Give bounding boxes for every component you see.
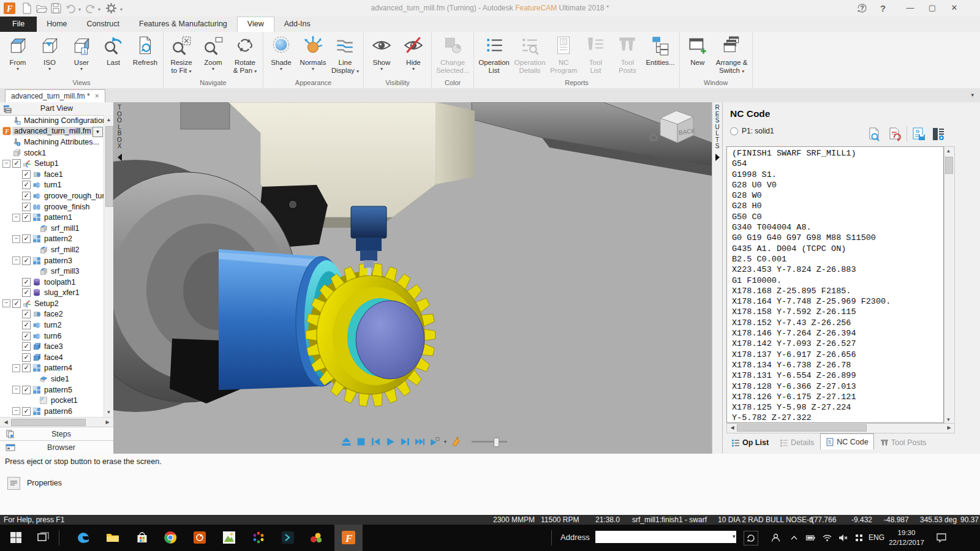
toolbox-strip[interactable]: TOOLBOX	[115, 105, 124, 161]
tree-expander-icon[interactable]: −	[12, 386, 20, 394]
nc-code-listing[interactable]: (FINISH1 SWARF SRF_MILL1)G54G1998 S1.G28…	[726, 146, 944, 423]
ribbon-button-entities[interactable]: Entities...	[643, 34, 677, 67]
nc-vertical-scrollbar[interactable]: ▲ ▼	[944, 146, 955, 424]
taskbar-microsoft-store[interactable]	[135, 530, 149, 545]
taskbar-fruit-app[interactable]	[309, 530, 323, 545]
tree-item-pattern1[interactable]: −✓pattern1	[0, 212, 104, 223]
tree-checkbox[interactable]: ✓	[22, 213, 31, 222]
playback-skip-start-button[interactable]	[371, 437, 381, 447]
ribbon-button-show[interactable]: Show▾	[366, 34, 398, 72]
tree-item-advanced-turn-mill-fm[interactable]: Fadvanced_turn_mill.fm▼	[0, 126, 104, 137]
tree-checkbox[interactable]: ✓	[22, 332, 31, 340]
tree-checkbox[interactable]: ✓	[22, 407, 31, 416]
radio-icon[interactable]	[730, 127, 738, 135]
scroll-down-icon[interactable]: ▼	[944, 417, 953, 422]
menu-tab-construct[interactable]: Construct	[77, 17, 130, 32]
save-icon[interactable]	[50, 2, 62, 14]
ribbon-button-zoom[interactable]: Zoom▾	[197, 34, 229, 72]
menu-tab-add-ins[interactable]: Add-Ins	[274, 17, 320, 32]
tree-item-slug-xfer1[interactable]: ✓slug_xfer1	[0, 288, 104, 299]
ribbon-button-user[interactable]: 1User▾	[66, 34, 97, 72]
address-input[interactable]	[595, 531, 736, 543]
minimize-button[interactable]: —	[902, 2, 919, 14]
nc-save-gcode-icon[interactable]: G	[911, 127, 926, 141]
tree-expander-icon[interactable]: −	[12, 257, 20, 264]
taskbar-file-explorer[interactable]	[105, 530, 120, 545]
dropdown-arrow-icon[interactable]: ▾	[268, 67, 295, 72]
tree-item-turn6[interactable]: ✓turn6	[0, 331, 104, 342]
playback-play-button[interactable]	[385, 437, 396, 447]
scroll-down-icon[interactable]: ▼	[104, 410, 113, 415]
taskbar-edge-browser[interactable]	[76, 530, 91, 545]
taskbar-presentation-app[interactable]	[192, 530, 207, 545]
playback-skip-next-button[interactable]	[400, 437, 410, 447]
address-refresh-icon[interactable]	[744, 531, 758, 545]
scroll-right-icon[interactable]: ▶	[103, 419, 112, 425]
scroll-right-icon[interactable]: ▶	[944, 425, 954, 430]
ribbon-button-shade[interactable]: Shade▾	[265, 34, 297, 72]
tree-horizontal-scrollbar[interactable]: ◀ ▶	[0, 417, 113, 427]
tree-checkbox[interactable]: ✓	[22, 386, 31, 394]
settings-gear-icon[interactable]	[105, 2, 117, 14]
playback-eject-button[interactable]	[341, 437, 352, 447]
tree-item-pattern3[interactable]: −✓pattern3	[0, 255, 104, 266]
tree-item-pattern6[interactable]: −✓pattern6	[0, 406, 104, 417]
results-expand-icon[interactable]	[715, 154, 720, 161]
tray-volume-muted-icon[interactable]	[838, 533, 848, 543]
tree-item-toolpath1[interactable]: ✓toolpath1	[0, 277, 104, 288]
tree-expander-icon[interactable]: −	[12, 364, 20, 372]
dropdown-arrow-icon[interactable]: ▾	[4, 67, 31, 72]
dropdown-arrow-icon[interactable]: ▾	[400, 67, 427, 72]
scroll-thumb[interactable]	[737, 424, 867, 432]
tree-checkbox[interactable]: ✓	[22, 170, 31, 179]
simulation-speed-slider[interactable]	[472, 441, 507, 443]
scroll-left-icon[interactable]: ◀	[1, 419, 10, 425]
nc-view-code-icon[interactable]	[867, 127, 881, 141]
tray-dots-grid-icon[interactable]	[854, 533, 864, 543]
ribbon-button-refresh[interactable]: Refresh	[129, 34, 161, 67]
tree-item-stock1[interactable]: stock1	[0, 148, 104, 159]
tree-checkbox[interactable]: ✓	[12, 299, 21, 308]
slider-handle[interactable]	[494, 438, 499, 447]
new-document-icon[interactable]	[21, 2, 32, 14]
ribbon-button-hide[interactable]: Hide▾	[398, 34, 429, 72]
playback-play-to-op-button[interactable]	[429, 437, 440, 447]
ribbon-button-resize-to-fit[interactable]: Resizeto Fit ▾	[165, 34, 197, 74]
properties-icon[interactable]	[7, 477, 20, 490]
tree-item-srf-mill2[interactable]: srf_mill2	[0, 244, 104, 255]
tree-item-machining-attributes[interactable]: Machining Attributes...	[0, 137, 104, 148]
tree-checkbox[interactable]: ✓	[22, 364, 31, 372]
tree-item-pattern4[interactable]: −✓pattern4	[0, 363, 104, 374]
menu-tab-home[interactable]: Home	[37, 17, 77, 32]
dropdown-arrow-icon[interactable]: ▾	[300, 67, 326, 72]
tree-expander-icon[interactable]: −	[12, 407, 20, 415]
taskbar-dev-app[interactable]	[281, 530, 295, 545]
close-button[interactable]: ✕	[946, 2, 963, 14]
toolbox-collapse-icon[interactable]	[118, 154, 122, 161]
tray-battery-icon[interactable]	[805, 533, 816, 543]
tree-item-pattern5[interactable]: −✓pattern5	[0, 384, 104, 395]
tree-item-face3[interactable]: ✓face3	[0, 341, 104, 352]
taskbar-photos-app[interactable]	[222, 530, 236, 545]
tree-item-face4[interactable]: ✓face4	[0, 352, 104, 363]
open-file-icon[interactable]	[36, 2, 47, 14]
nc-program-radio[interactable]: P1: solid1	[730, 127, 774, 135]
nc-tab-nc-code[interactable]: GNC Code	[820, 433, 873, 449]
tree-item-groove-rough-turn[interactable]: ✓groove_rough_turn	[0, 190, 104, 201]
tree-item-side1[interactable]: side1	[0, 373, 104, 384]
taskbar-windows-start[interactable]	[9, 530, 23, 545]
nc-tab-op-list[interactable]: Op List	[726, 435, 774, 449]
tree-checkbox[interactable]: ✓	[22, 203, 31, 211]
tree-item-srf-mill3[interactable]: srf_mill3	[0, 266, 104, 277]
tray-people-icon[interactable]	[771, 533, 781, 543]
taskbar-featurecam-active[interactable]: F	[334, 525, 363, 551]
ribbon-button-normals[interactable]: Normals▾	[297, 34, 329, 72]
playback-stop-button[interactable]	[356, 437, 366, 447]
tree-item-pattern2[interactable]: −✓pattern2	[0, 234, 104, 245]
tree-checkbox[interactable]: ✓	[22, 353, 31, 362]
ribbon-button-iso[interactable]: ISO▾	[34, 34, 66, 72]
taskbar-chrome-browser[interactable]	[163, 530, 178, 545]
taskbar-task-view[interactable]	[36, 530, 50, 545]
ribbon-button-rotate-pan[interactable]: Rotate& Pan ▾	[229, 34, 261, 74]
language-indicator[interactable]: ENG	[869, 533, 884, 542]
